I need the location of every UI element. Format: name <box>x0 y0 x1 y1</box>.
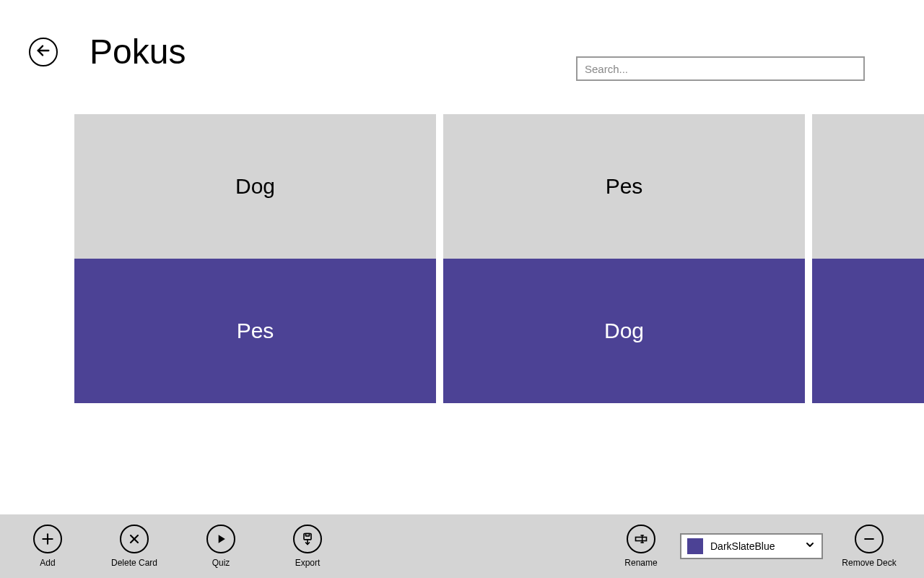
rename-icon <box>627 525 655 553</box>
remove-deck-button[interactable]: Remove Deck <box>840 525 898 568</box>
quiz-label: Quiz <box>212 558 230 568</box>
x-icon <box>120 525 149 553</box>
svg-marker-5 <box>219 535 225 543</box>
card-back <box>812 259 924 403</box>
remove-deck-label: Remove Deck <box>842 558 896 568</box>
svg-rect-7 <box>306 534 310 536</box>
rename-label: Rename <box>624 558 657 568</box>
export-button[interactable]: Export <box>286 525 329 568</box>
app-bar: Add Delete Card Quiz Export <box>0 514 924 578</box>
flashcard[interactable] <box>812 114 924 403</box>
rename-button[interactable]: Rename <box>619 525 663 568</box>
card-list: Dog Pes Pes Dog <box>74 114 924 403</box>
plus-icon <box>33 525 62 553</box>
play-icon <box>206 525 235 553</box>
minus-icon <box>855 525 884 553</box>
delete-card-button[interactable]: Delete Card <box>113 525 156 568</box>
card-back: Dog <box>443 259 805 403</box>
arrow-left-icon <box>35 43 51 61</box>
card-front: Dog <box>74 114 436 259</box>
delete-card-label: Delete Card <box>111 558 157 568</box>
color-select[interactable]: DarkSlateBlue <box>680 533 823 559</box>
svg-rect-9 <box>636 538 647 541</box>
card-back: Pes <box>74 259 436 403</box>
quiz-button[interactable]: Quiz <box>199 525 243 568</box>
card-front <box>812 114 924 259</box>
page-title: Pokus <box>90 35 186 69</box>
card-front: Pes <box>443 114 805 259</box>
chevron-down-icon <box>804 539 816 553</box>
back-button[interactable] <box>29 38 58 66</box>
save-download-icon <box>293 525 322 553</box>
add-label: Add <box>40 558 55 568</box>
export-label: Export <box>295 558 321 568</box>
color-swatch <box>687 538 703 554</box>
search-input[interactable] <box>576 56 865 81</box>
flashcard[interactable]: Dog Pes <box>74 114 436 403</box>
add-button[interactable]: Add <box>26 525 69 568</box>
color-select-value: DarkSlateBlue <box>710 540 804 552</box>
flashcard[interactable]: Pes Dog <box>443 114 805 403</box>
